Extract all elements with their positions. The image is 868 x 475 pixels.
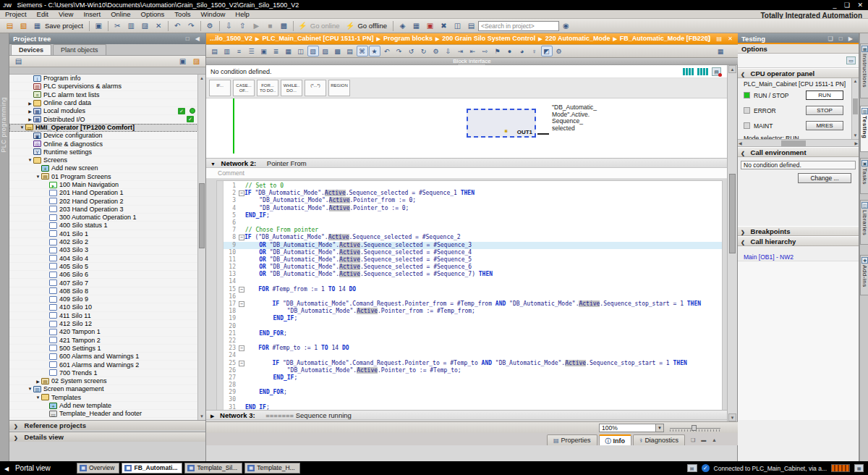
code-line-24[interactable]: 24 [224,352,722,359]
cpu-hscroll-thumb[interactable] [781,140,806,146]
toggle-comments-icon[interactable]: ⌘ [357,46,368,56]
fold-collapse-icon[interactable]: − [239,235,244,240]
forward-icon[interactable]: ⇨ [480,46,491,56]
taskbar-window-template-sil-[interactable]: ▦Template_Sil... [184,463,242,474]
code-line-3[interactable]: 3 "DB_Automatic_Mode".Active.Pointer_fro… [224,197,722,204]
code-line-12[interactable]: 12 OR "DB_Automatic_Mode".Active.Sequenc… [224,264,722,271]
menu-window[interactable]: Window [196,10,231,19]
project-tree-header-icons[interactable]: □ ◀ [186,33,202,44]
code-line-29[interactable]: 29 END_FOR; [224,389,722,396]
code-line-2[interactable]: 2−IF "DB_Automatic_Mode".Active.Sequence… [224,190,722,197]
breadcrumb-part[interactable]: PLC_Main_Cabinet [CPU 1511-1 PN] [262,35,373,42]
network2-comment-field[interactable]: Comment [206,168,727,179]
tree-item-201-hand-operation-1[interactable]: 201 Hand Operation 1 [9,189,198,197]
operand-comments-icon[interactable]: ▩ [332,46,344,56]
tree-item-421-tampon-2[interactable]: 421 Tampon 2 [9,337,198,345]
fold-collapse-icon[interactable]: − [239,190,244,196]
taskbar-window-overview[interactable]: ▦Overview [77,463,119,474]
menu-project[interactable]: Project [0,10,32,19]
tree-scrollbar[interactable]: ▲ ▼ [197,75,205,420]
code-line-15[interactable]: 15− FOR #Temp_from := 1 TO 14 DO [224,286,722,293]
tree-item-program-info[interactable]: iProgram info [9,75,198,83]
breakpoint-icon[interactable]: ● [504,46,516,56]
zoom-slider-knob[interactable] [692,425,697,431]
tree-item-410-silo-10[interactable]: 410 Silo 10 [9,303,198,311]
code-line-14[interactable]: 14 [224,278,722,285]
menu-tools[interactable]: Tools [169,10,195,19]
fold-collapse-icon[interactable]: − [239,361,244,366]
settings-icon[interactable]: ⚙ [553,46,565,56]
tree-item-407-silo-7[interactable]: 407 Silo 7 [9,279,198,287]
insert-network-icon[interactable]: ▤ [209,46,221,56]
menu-online[interactable]: Online [106,10,135,19]
tree-item-403-silo-3[interactable]: 403 Silo 3 [9,246,198,254]
accessible-devices-icon[interactable]: ▦ [410,20,422,32]
go-offline-icon[interactable]: ⚡ [344,20,356,32]
update-block-calls-icon[interactable]: ↺ [406,46,417,56]
window-controls[interactable]: _ ❏ ✕ [833,0,866,10]
breadcrumb-part[interactable]: Program blocks [383,35,433,42]
tree-item-411-silo-11[interactable]: 411 Silo 11 [9,312,198,320]
code-line-16[interactable]: 16 [224,293,722,300]
tree-item-412-silo-12[interactable]: 412 Silo 12 [9,320,198,328]
tree-collapse-all-icon[interactable]: ▨ [190,56,203,67]
tree-item-700-trends-1[interactable]: 700 Trends 1 [9,369,198,377]
tree-item-300-automatic-operation-1[interactable]: 300 Automatic Operation 1 [9,214,198,222]
fold-collapse-icon[interactable]: − [239,301,244,307]
menu-view[interactable]: View [54,10,78,19]
search-in-project-input[interactable] [478,21,559,31]
free-comments-icon[interactable]: ▤ [344,46,356,56]
inspector-corner-icons[interactable]: ❏ ▬ ▲ [691,434,719,445]
tree-scroll-up-icon[interactable]: ▲ [198,75,205,82]
tree-item-203-hand-operation-3[interactable]: 203 Hand Operation 3 [9,206,198,214]
snippet-region[interactable]: REGION [328,80,350,96]
tree-item-409-silo-9[interactable]: 409 Silo 9 [9,295,198,303]
code-line-8[interactable]: 8−IF ("DB_Automatic_Mode".Active.Sequenc… [224,234,722,241]
snippet-while[interactable]: WHILE..DO... [281,80,302,96]
online-diagnostics-icon[interactable]: ◈ [396,20,409,32]
split-view-icon[interactable]: ◫ [295,46,307,56]
tree-item-202-hand-operation-2[interactable]: 202 Hand Operation 2 [9,197,198,205]
code-line-5[interactable]: 5END_IF; [224,212,722,219]
tree-columns-icon[interactable]: ▣ [176,56,189,67]
menu-help[interactable]: Help [230,10,255,19]
block-interface-splitter[interactable]: Block interface [206,58,738,65]
tree-item-plc-supervisions-alarms[interactable]: ▥PLC supervisions & alarms [9,83,198,91]
tree-item-plc-alarm-text-lists[interactable]: ≡PLC alarm text lists [9,91,198,99]
cpu-panel-hscrollbar[interactable]: ◀ ▶ [738,139,859,147]
editor-window-controls[interactable]: ─ ❏ ▤ ✕ [695,33,735,44]
start-simulation-icon[interactable]: ▣ [424,20,436,32]
undo-icon[interactable]: ↶ [171,20,184,32]
bookmark-icon[interactable]: ⚑ [492,46,503,56]
restore-icon[interactable]: ▩ [278,20,290,32]
reference-projects-bar[interactable]: ❯ Reference projects [9,420,205,430]
expand-icon[interactable]: ▶ [27,101,33,106]
compile-block-icon[interactable]: ⚙ [430,46,442,56]
keyboard-icon[interactable]: ▤ [687,464,697,472]
editor-scroll-down-icon[interactable]: ▼ [728,413,736,421]
collapse-icon[interactable]: ▼ [19,125,25,130]
download-to-device-icon[interactable]: ⇩ [223,20,235,32]
monitor-icon[interactable]: ▦ [854,464,864,472]
menu-insert[interactable]: Insert [78,10,106,19]
network2-header[interactable]: ▼ Network 2: Pointer From [206,158,727,168]
code-line-13[interactable]: 13 OR "DB_Automatic_Mode".Active.Sequenc… [224,271,722,278]
tree-item-02-system-screens[interactable]: ▶▤02 System screens [9,377,198,385]
tree-item-405-silo-5[interactable]: 405 Silo 5 [9,263,198,271]
tree-item-408-silo-8[interactable]: 408 Silo 8 [9,287,198,295]
fold-collapse-icon[interactable]: − [239,345,244,351]
plc-programming-rail-label[interactable]: PLC programming [0,97,9,152]
tree-item-hmi-operator-tp1200-comfort[interactable]: ▼▭HMI_Operator [TP1200 Comfort] [9,124,198,132]
breadcrumb[interactable]: ...ilo_1500_V2▶PLC_Main_Cabinet [CPU 151… [206,33,738,44]
cpu-run-button[interactable]: RUN [806,91,843,100]
cut-icon[interactable]: ✂ [111,20,124,32]
go-online-button[interactable]: Go online [310,22,340,30]
network2-collapse-icon[interactable]: ▼ [210,161,216,167]
change-condition-button[interactable]: Change ... [798,173,851,183]
cpu-scroll-thumb[interactable] [853,98,858,114]
tree-item-runtime-settings[interactable]: YRuntime settings [9,148,198,156]
delete-icon[interactable]: ✕ [153,20,165,32]
code-line-19[interactable]: 19 END_IF; [224,315,722,322]
fbd-operand-label[interactable]: "DB_Automatic_Mode".Active.Sequence_sele… [552,104,597,132]
collapse-icon[interactable]: ▼ [27,158,33,162]
